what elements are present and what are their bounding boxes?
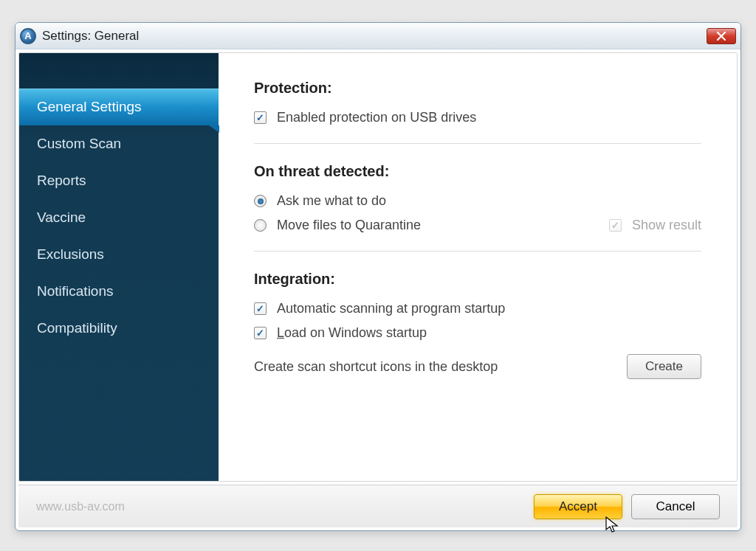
label-load-startup: Load on Windows startup (277, 325, 427, 341)
accept-button-label: Accept (559, 499, 597, 513)
sidebar-item-compatibility[interactable]: Compatibility (19, 310, 219, 347)
label-show-result: Show result (632, 218, 701, 233)
footer-url: www.usb-av.com (36, 500, 525, 513)
sidebar-item-label: Vaccine (37, 209, 86, 225)
settings-window: A Settings: General General Settings Cus… (15, 22, 741, 531)
sidebar-item-label: Reports (37, 173, 86, 188)
accept-button[interactable]: Accept (534, 494, 622, 519)
close-icon (717, 32, 726, 41)
radio-ask-me[interactable] (254, 195, 267, 207)
divider (254, 143, 701, 144)
sidebar-item-vaccine[interactable]: Vaccine (19, 199, 219, 236)
sidebar-item-general-settings[interactable]: General Settings (19, 89, 219, 125)
radio-quarantine[interactable] (254, 219, 267, 232)
titlebar: A Settings: General (16, 23, 740, 49)
sidebar-item-label: General Settings (37, 99, 142, 114)
label-usb-protection: Enabled protection on USB drives (277, 110, 476, 125)
section-title-integration: Integration: (254, 271, 701, 288)
sidebar: General Settings Custom Scan Reports Vac… (19, 53, 219, 481)
label-ask-me: Ask me what to do (277, 193, 386, 209)
sidebar-item-reports[interactable]: Reports (19, 162, 219, 199)
sidebar-item-label: Notifications (37, 283, 114, 299)
window-title: Settings: General (42, 29, 707, 44)
app-icon: A (20, 28, 36, 44)
section-title-protection: Protection: (254, 80, 701, 97)
sidebar-item-exclusions[interactable]: Exclusions (19, 236, 219, 273)
sidebar-item-custom-scan[interactable]: Custom Scan (19, 125, 219, 162)
footer: www.usb-av.com Accept Cancel (18, 485, 738, 527)
checkbox-load-startup[interactable] (254, 327, 267, 339)
checkbox-show-result (609, 219, 622, 232)
sidebar-item-label: Exclusions (37, 246, 104, 262)
sidebar-item-label: Custom Scan (37, 136, 121, 151)
checkbox-usb-protection[interactable] (254, 111, 267, 124)
create-button-label: Create (645, 359, 683, 373)
close-button[interactable] (707, 28, 736, 44)
label-auto-scan: Automatic scanning at program startup (277, 301, 505, 316)
section-title-threat: On threat detected: (254, 163, 701, 180)
label-create-shortcut: Create scan shortcut icons in the deskto… (254, 359, 498, 375)
sidebar-item-notifications[interactable]: Notifications (19, 273, 219, 310)
content-panel: Protection: Enabled protection on USB dr… (219, 53, 737, 481)
checkbox-auto-scan[interactable] (254, 302, 267, 315)
label-quarantine: Move files to Quarantine (277, 218, 421, 233)
divider (254, 251, 701, 252)
window-body: General Settings Custom Scan Reports Vac… (18, 52, 738, 482)
create-button[interactable]: Create (627, 354, 701, 379)
cancel-button[interactable]: Cancel (631, 494, 720, 519)
cancel-button-label: Cancel (656, 499, 695, 513)
sidebar-item-label: Compatibility (37, 320, 117, 336)
